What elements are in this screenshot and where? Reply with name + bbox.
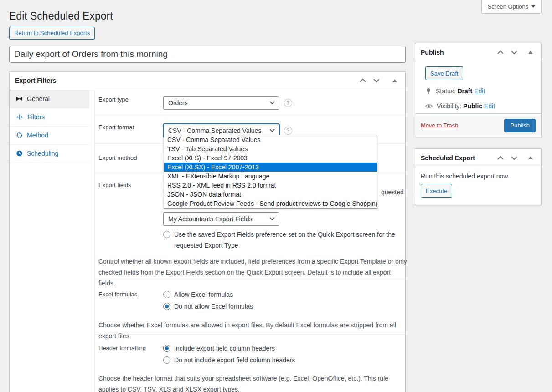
export-filters-box: Export Filters General	[9, 71, 406, 392]
header-formatting-description: Choose the header format that suits your…	[98, 373, 407, 392]
export-type-label: Export type	[98, 96, 163, 110]
chevron-down-icon	[269, 217, 275, 221]
export-format-value: CSV - Comma Separated Values	[168, 127, 261, 134]
radio-circle-icon	[163, 356, 170, 364]
move-down-button[interactable]	[508, 152, 520, 164]
scheduled-export-title: Scheduled Export	[415, 154, 475, 162]
filters-icon	[16, 114, 23, 120]
tab-filters[interactable]: Filters	[10, 108, 89, 127]
publish-header: Publish	[415, 43, 541, 61]
help-icon[interactable]: ?	[284, 127, 292, 135]
tab-general[interactable]: General	[10, 90, 89, 108]
publish-footer: Move to Trash Publish	[415, 113, 541, 137]
export-format-dropdown-list: CSV - Comma Separated ValuesTSV - Tab Se…	[164, 135, 377, 209]
chevron-down-icon	[269, 101, 275, 105]
execute-button[interactable]: Execute	[421, 184, 452, 198]
radio-circle-icon	[163, 231, 170, 238]
edit-status-link[interactable]: Edit	[474, 87, 485, 95]
radio-allow-excel-formulas[interactable]: Allow Excel formulas	[163, 291, 253, 299]
export-filters-tabs: General Filters Method	[10, 90, 89, 392]
tab-scheduling-label: Scheduling	[27, 150, 58, 157]
header-formatting-label: Header formatting	[98, 345, 163, 364]
chevron-up-icon	[359, 78, 366, 83]
scheduled-export-text: Run this scheduled export now.	[421, 173, 536, 180]
triangle-up-icon	[392, 79, 397, 82]
excel-formulas-label: Excel formulas	[98, 291, 163, 311]
publish-button[interactable]: Publish	[504, 119, 536, 132]
export-filters-header: Export Filters	[10, 72, 405, 90]
publish-title: Publish	[415, 49, 444, 56]
visibility-value: Public	[463, 102, 482, 110]
radio-saved-export-fields-preference[interactable]: Use the saved Export Fields preference s…	[163, 229, 398, 251]
eye-icon	[425, 103, 433, 109]
move-down-button[interactable]	[508, 46, 520, 58]
header-formatting-row: Header formatting Include export field c…	[95, 335, 408, 392]
export-filters-title: Export Filters	[10, 77, 56, 84]
pin-icon	[425, 88, 432, 95]
move-up-button[interactable]	[495, 46, 506, 58]
radio-circle-icon	[163, 291, 170, 298]
sidebar: Publish Save Draft	[415, 0, 542, 205]
move-to-trash-link[interactable]: Move to Trash	[421, 122, 458, 129]
radio-include-headers[interactable]: Include export field column headers	[163, 345, 295, 352]
export-template-value: My Accountants Export Fields	[168, 215, 252, 223]
toggle-panel-button[interactable]	[389, 75, 401, 87]
visibility-label: Visibility:	[437, 102, 461, 110]
chevron-down-icon	[511, 156, 518, 160]
move-up-button[interactable]	[495, 152, 506, 164]
return-to-scheduled-exports-button[interactable]: Return to Scheduled Exports	[9, 27, 95, 40]
visibility-text: Visibility: Public Edit	[437, 102, 495, 110]
export-type-value: Orders	[168, 99, 188, 107]
triangle-up-icon	[528, 156, 533, 159]
visibility-row: Visibility: Public Edit	[425, 102, 536, 110]
export-title-input[interactable]	[9, 46, 406, 63]
export-template-select[interactable]: My Accountants Export Fields	[163, 212, 279, 226]
radio-deny-excel-formulas[interactable]: Do not allow Excel formulas	[163, 303, 253, 311]
chevron-up-icon	[497, 156, 504, 160]
chevron-up-icon	[497, 50, 504, 55]
toggle-panel-button[interactable]	[525, 46, 537, 58]
status-value: Draft	[457, 87, 472, 95]
tab-method[interactable]: Method	[10, 127, 89, 145]
chevron-down-icon	[269, 128, 275, 132]
help-icon[interactable]: ?	[284, 99, 292, 107]
edit-visibility-link[interactable]: Edit	[484, 102, 495, 110]
general-icon	[16, 96, 23, 102]
page-title: Edit Scheduled Export	[9, 0, 406, 23]
format-dropdown-option[interactable]: TSV - Tab Separated Values	[164, 144, 377, 153]
status-row: Status: Draft Edit	[425, 87, 536, 95]
export-method-label: Export method	[98, 154, 163, 161]
scheduled-export-header: Scheduled Export	[415, 149, 541, 167]
format-dropdown-option[interactable]: RSS 2.0 - XML feed in RSS 2.0 format	[164, 181, 377, 190]
save-draft-button[interactable]: Save Draft	[425, 66, 463, 80]
move-down-button[interactable]	[371, 75, 382, 87]
format-dropdown-option[interactable]: Excel (XLS) - Excel 97-2003	[164, 153, 377, 163]
chevron-down-icon	[373, 78, 380, 83]
clock-icon	[16, 150, 23, 157]
status-label: Status:	[436, 87, 456, 95]
format-dropdown-option[interactable]: XML - EXtensible Markup Language	[164, 172, 377, 181]
export-type-row: Export type Orders ?	[95, 90, 408, 116]
obscured-radio-text-fragment: quested	[381, 188, 404, 196]
tab-method-label: Method	[27, 132, 48, 139]
format-dropdown-option[interactable]: Google Product Review Feeds - Send produ…	[164, 199, 377, 208]
publish-box: Publish Save Draft	[415, 43, 542, 137]
format-dropdown-option[interactable]: CSV - Comma Separated Values	[164, 135, 377, 144]
triangle-up-icon	[528, 51, 533, 54]
export-type-select[interactable]: Orders	[163, 96, 279, 110]
radio-circle-checked-icon	[163, 345, 170, 352]
format-dropdown-option[interactable]: JSON - JSON data format	[164, 190, 377, 199]
gear-icon	[16, 132, 23, 138]
toggle-panel-button[interactable]	[525, 152, 537, 164]
excel-formulas-row: Excel formulas Allow Excel formulas Do n…	[95, 280, 408, 335]
tab-scheduling[interactable]: Scheduling	[10, 145, 89, 163]
tab-filters-label: Filters	[27, 113, 45, 121]
radio-circle-checked-icon	[163, 303, 170, 310]
export-fields-label: Export fields	[98, 182, 163, 251]
move-up-button[interactable]	[357, 75, 369, 87]
export-format-label: Export format	[98, 124, 163, 137]
format-dropdown-option[interactable]: Excel (XLSX) - Excel 2007-2013	[164, 163, 377, 172]
scheduled-export-box: Scheduled Export Run this scheduled expo…	[415, 148, 542, 205]
radio-exclude-headers[interactable]: Do not include export field column heade…	[163, 356, 295, 364]
tab-general-label: General	[27, 95, 50, 102]
